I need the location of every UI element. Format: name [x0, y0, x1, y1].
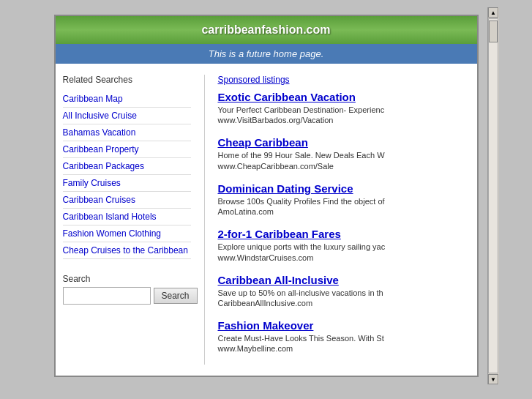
scroll-thumb[interactable]: [489, 20, 498, 42]
ad-desc-3: Browse 100s Quality Profiles Find the ob…: [218, 196, 470, 207]
related-link-caribbean-cruises[interactable]: Caribbean Cruises: [63, 192, 191, 209]
ad-url-6: www.Maybelline.com: [218, 344, 470, 353]
scroll-track[interactable]: [488, 18, 498, 373]
ad-url-1: www.VisitBarbados.org/Vacation: [218, 116, 470, 124]
ad-url-5: CaribbeanAllInclusive.com: [218, 299, 470, 307]
related-link-cheap-cruises[interactable]: Cheap Cruises to the Caribbean: [63, 242, 191, 259]
ad-url-3: AmoLatina.com: [218, 207, 470, 216]
search-button[interactable]: Search: [154, 288, 198, 304]
site-domain: carribbeanfashion.com: [201, 23, 330, 36]
ad-desc-1: Your Perfect Caribbean Destination- Expe…: [218, 105, 470, 116]
ad-url-4: www.WindstarCruises.com: [218, 253, 470, 262]
related-link-bahamas-vacation[interactable]: Bahamas Vacation: [63, 124, 191, 141]
ad-desc-6: Create Must-Have Looks This Season. With…: [218, 333, 470, 344]
ad-desc-5: Save up to 50% on all-inclusive vacation…: [218, 288, 470, 299]
banner-text: This is a future home page.: [209, 48, 324, 59]
ad-item-3: Dominican Dating Service Browse 100s Qua…: [218, 182, 470, 216]
related-link-all-inclusive-cruise[interactable]: All Inclusive Cruise: [63, 108, 191, 124]
site-banner: This is a future home page.: [56, 44, 477, 64]
related-link-caribbean-map[interactable]: Caribbean Map: [63, 91, 191, 108]
site-header: carribbeanfashion.com: [56, 16, 477, 44]
sponsored-label[interactable]: Sponsored listings: [218, 75, 470, 85]
ad-desc-4: Explore unique ports with the luxury sai…: [218, 242, 470, 253]
ad-item-6: Fashion Makeover Create Must-Have Looks …: [218, 319, 470, 353]
related-link-caribbean-packages[interactable]: Caribbean Packages: [63, 158, 191, 175]
main-content: Related Searches Caribbean Map All Inclu…: [56, 64, 477, 376]
scroll-down-button[interactable]: ▼: [488, 374, 498, 384]
ad-item-4: 2-for-1 Caribbean Fares Explore unique p…: [218, 228, 470, 261]
search-section: Search Search: [63, 274, 191, 305]
related-link-caribbean-property[interactable]: Caribbean Property: [63, 141, 191, 158]
search-input[interactable]: [63, 287, 151, 305]
ad-title-2[interactable]: Cheap Caribbean: [218, 136, 470, 149]
ad-title-4[interactable]: 2-for-1 Caribbean Fares: [218, 228, 470, 240]
column-divider: [204, 75, 205, 365]
ad-title-1[interactable]: Exotic Caribbean Vacation: [218, 91, 470, 103]
ad-title-5[interactable]: Caribbean All-Inclusive: [218, 274, 470, 286]
related-searches-title: Related Searches: [63, 75, 191, 85]
related-link-family-cruises[interactable]: Family Cruises: [63, 175, 191, 192]
scrollbar[interactable]: ▲ ▼: [487, 7, 499, 384]
search-row: Search: [63, 287, 191, 305]
ad-item-5: Caribbean All-Inclusive Save up to 50% o…: [218, 274, 470, 307]
ad-item-1: Exotic Caribbean Vacation Your Perfect C…: [218, 91, 470, 124]
scroll-up-button[interactable]: ▲: [488, 7, 498, 18]
related-link-fashion-women[interactable]: Fashion Women Clothing: [63, 225, 191, 242]
search-label: Search: [63, 274, 191, 284]
ad-title-3[interactable]: Dominican Dating Service: [218, 182, 470, 195]
left-column: Related Searches Caribbean Map All Inclu…: [63, 75, 198, 365]
related-link-caribbean-island-hotels[interactable]: Caribbean Island Hotels: [63, 209, 191, 225]
ad-item-2: Cheap Caribbean Home of the 99 Hour Sale…: [218, 136, 470, 170]
ad-url-2: www.CheapCaribbean.com/Sale: [218, 162, 470, 171]
ad-title-6[interactable]: Fashion Makeover: [218, 319, 470, 332]
ad-desc-2: Home of the 99 Hour Sale. New Deals Each…: [218, 150, 470, 161]
right-column: Sponsored listings Exotic Caribbean Vaca…: [211, 75, 470, 365]
